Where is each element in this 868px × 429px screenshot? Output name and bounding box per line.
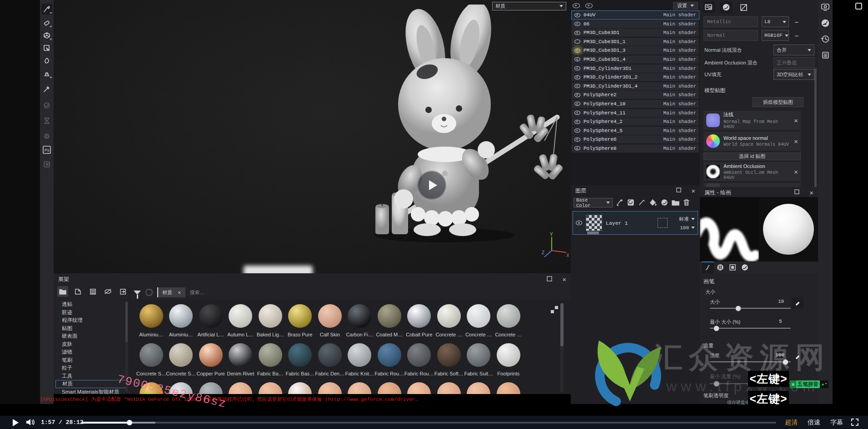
object-row[interactable]: PM3D_Cylinder3D1_2 Main shader (572, 73, 699, 81)
normal-format-dropdown[interactable]: RGB16F (762, 30, 789, 41)
object-shader[interactable]: Main shader (663, 66, 696, 71)
remove-map-icon[interactable]: × (794, 117, 798, 124)
shelf-category[interactable]: 透贴 (55, 301, 127, 309)
paint-brush-icon[interactable] (41, 4, 52, 15)
material-item[interactable]: Concrete … (464, 304, 494, 337)
brush-tab-icon[interactable] (702, 261, 714, 273)
visibility-eye-icon[interactable] (574, 120, 580, 124)
material-item[interactable]: Concrete … (494, 304, 524, 337)
size-slider[interactable] (710, 308, 791, 309)
material-item[interactable] (404, 382, 434, 394)
undock-icon[interactable] (676, 187, 681, 194)
material-item[interactable]: Aluminiu… (136, 304, 166, 337)
chip-remove-icon[interactable]: × (178, 290, 181, 296)
close-icon[interactable]: × (809, 189, 813, 196)
uv-padding-dropdown[interactable]: 3D空间比邻 (773, 69, 814, 80)
material-item[interactable]: Fabric Den… (315, 343, 345, 376)
layer-row[interactable]: Layer 1 标准 100 (573, 211, 698, 235)
object-row[interactable]: PolySphere8 Main shader (572, 144, 699, 153)
smart-mask-icon[interactable] (660, 199, 668, 207)
video-play-button[interactable] (417, 171, 446, 200)
display-settings-icon[interactable] (820, 2, 830, 12)
material-item[interactable]: Concrete … (434, 304, 464, 337)
material-item[interactable] (285, 382, 315, 394)
material-item[interactable]: Carbon Fi… (345, 304, 375, 337)
object-shader[interactable]: Main shader (663, 21, 696, 27)
object-shader[interactable]: Main shader (663, 119, 696, 124)
object-row[interactable]: PM3D_Cube3D1_1 Main shader (572, 38, 699, 46)
stencil-tab-icon[interactable] (726, 261, 738, 273)
visibility-eye-icon[interactable] (576, 221, 582, 225)
volume-icon[interactable] (25, 418, 35, 426)
import-icon[interactable] (117, 286, 128, 297)
viewport-3d[interactable]: 材质 Y X Z (54, 0, 571, 273)
object-row[interactable]: PM3D_Cylinder3D1 Main shader (572, 64, 699, 73)
settings-button[interactable]: 设置 (673, 2, 698, 10)
material-item[interactable]: Fabric Suit… (464, 343, 494, 376)
shelf-category[interactable]: 工具 (55, 372, 127, 380)
object-shader[interactable]: Main shader (663, 137, 696, 142)
remove-channel-button[interactable]: − (793, 31, 801, 39)
filter-icon[interactable] (134, 291, 141, 295)
material-item[interactable]: Brass Pure (285, 304, 315, 337)
visibility-eye-icon[interactable] (574, 39, 580, 44)
opacity-dropdown[interactable]: 100 (680, 225, 695, 231)
viewport-material-dropdown[interactable]: 材质 (492, 2, 566, 10)
metallic-channel-field[interactable]: Metallic (703, 16, 758, 27)
material-item[interactable]: Fabric Soft… (434, 343, 464, 376)
materials-scrollbar[interactable] (560, 303, 564, 392)
subtitle-button[interactable]: 字幕 (830, 419, 843, 427)
material-item[interactable] (255, 382, 285, 394)
shelf-category[interactable]: 滤镜 (55, 348, 127, 356)
object-row[interactable]: PM3D_Cylinder3D1_4 Main shader (572, 82, 699, 90)
eye-sync-icon[interactable] (573, 3, 580, 8)
display-settings-tab-icon[interactable] (737, 1, 750, 13)
material-item[interactable]: Denim Rivet (226, 343, 256, 376)
history-icon[interactable] (820, 34, 830, 44)
material-item[interactable] (315, 382, 345, 394)
material-item[interactable]: Cobalt Pure (404, 304, 434, 337)
min-size-slider[interactable] (710, 328, 791, 329)
object-shader[interactable]: Main shader (663, 84, 696, 89)
material-item[interactable]: Coated M… (374, 304, 404, 337)
shelf-category[interactable]: 程序纹理 (55, 316, 127, 325)
material-item[interactable] (494, 382, 524, 394)
shader-sphere-tab-icon[interactable] (720, 1, 733, 13)
shelf-category[interactable]: 贴图 (55, 325, 127, 333)
material-item[interactable]: Fabric Rou… (404, 343, 434, 376)
normal-mixing-dropdown[interactable]: 合并 (773, 44, 814, 55)
visibility-eye-icon[interactable] (574, 102, 580, 106)
select-id-map-button[interactable]: 选择 id 贴图 (703, 153, 801, 160)
object-shader[interactable]: Main shader (663, 48, 696, 53)
visibility-eye-icon[interactable] (574, 66, 580, 70)
refresh-icon[interactable] (145, 289, 153, 296)
visibility-eye-icon[interactable] (574, 49, 580, 53)
hourglass-icon[interactable] (41, 115, 52, 126)
material-item[interactable]: Autumn L… (226, 304, 256, 337)
layer-thumbnail[interactable] (586, 215, 602, 231)
fill-layer-icon[interactable] (627, 199, 635, 207)
shelf-category[interactable]: 硬表面 (55, 332, 127, 340)
visibility-eye-icon[interactable] (574, 22, 580, 26)
material-item[interactable] (374, 382, 404, 394)
material-item[interactable]: Aluminiu… (166, 304, 196, 337)
bucket-icon[interactable] (649, 199, 657, 207)
channel-dropdown[interactable]: Base Color (574, 198, 613, 207)
material-item[interactable] (345, 382, 375, 394)
polygon-fill-icon[interactable] (41, 43, 52, 54)
ambient-occlusion-card[interactable]: Ambient Occlusion Ambient Occl…om Mesh 0… (703, 162, 801, 181)
object-row[interactable]: PolySphere6 Main shader (572, 135, 699, 143)
undock-icon[interactable] (547, 276, 552, 283)
quality-button[interactable]: 超清 (785, 419, 798, 427)
properties-scrollbar[interactable] (814, 68, 817, 195)
object-shader[interactable]: Main shader (663, 74, 696, 80)
object-shader[interactable]: Main shader (663, 101, 696, 107)
object-row[interactable]: PolySphere4_11 Main shader (572, 109, 699, 117)
paint-layer-icon[interactable] (638, 199, 646, 207)
remove-channel-button[interactable]: − (793, 18, 801, 26)
smart-material-icon[interactable] (616, 199, 624, 207)
visibility-eye-icon[interactable] (574, 13, 580, 17)
material-item[interactable] (434, 382, 464, 394)
player-menu-icon[interactable] (855, 3, 862, 10)
shelf-category[interactable]: 粒子 (55, 364, 127, 372)
